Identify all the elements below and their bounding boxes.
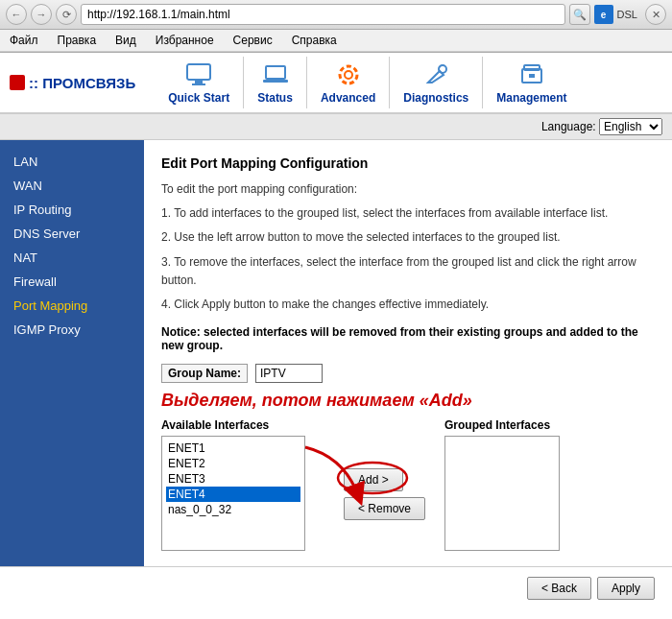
sidebar-item-dns-server[interactable]: DNS Server xyxy=(0,222,144,246)
sidebar-item-ip-routing[interactable]: IP Routing xyxy=(0,198,144,222)
nav-bar: :: ПРОМСВЯЗЬ Quick Start Status xyxy=(0,53,672,114)
sidebar: LAN WAN IP Routing DNS Server NAT Firewa… xyxy=(0,140,144,566)
sidebar-item-nat[interactable]: NAT xyxy=(0,246,144,270)
lang-bar: Language: English Russian xyxy=(0,114,672,140)
instruction-2: 2. Use the left arrow button to move the… xyxy=(161,228,655,247)
svg-rect-9 xyxy=(524,65,540,70)
btn-col: Add > < Remove xyxy=(344,418,425,551)
group-name-row: Group Name: xyxy=(161,364,655,383)
group-name-label: Group Name: xyxy=(161,364,248,383)
wrench-icon xyxy=(421,60,450,89)
svg-point-7 xyxy=(439,65,446,73)
nav-management-label: Management xyxy=(496,91,566,105)
add-button[interactable]: Add > xyxy=(344,468,403,491)
nav-status-label: Status xyxy=(257,91,293,105)
menu-favorites[interactable]: Избранное xyxy=(154,33,216,48)
instruction-intro: To edit the port mapping configuration: xyxy=(161,180,655,199)
grouped-label: Grouped Interfaces xyxy=(444,418,560,432)
grouped-col: Grouped Interfaces xyxy=(444,418,560,551)
gear-icon xyxy=(334,60,363,89)
iface-enet3[interactable]: ENET3 xyxy=(166,471,300,487)
nav-quick-start[interactable]: Quick Start xyxy=(155,57,244,108)
available-label: Available Interfaces xyxy=(161,418,305,432)
nav-management[interactable]: Management xyxy=(483,57,580,108)
forward-button[interactable]: → xyxy=(31,4,52,25)
iface-enet2[interactable]: ENET2 xyxy=(166,456,300,471)
available-col: Available Interfaces ENET1 ENET2 ENET3 E… xyxy=(161,418,305,551)
back-button[interactable]: < Back xyxy=(527,577,591,600)
menu-edit[interactable]: Правка xyxy=(56,33,99,48)
nav-status[interactable]: Status xyxy=(244,57,307,108)
iface-enet1[interactable]: ENET1 xyxy=(166,440,300,456)
apply-button[interactable]: Apply xyxy=(597,577,655,600)
notice-text: Notice: selected interfaces will be remo… xyxy=(161,325,655,352)
browser-favicon: e xyxy=(594,5,613,24)
svg-rect-1 xyxy=(195,81,203,83)
page-title: Edit Port Mapping Configuration xyxy=(161,155,655,171)
nav-advanced[interactable]: Advanced xyxy=(307,57,390,108)
logo-text: :: ПРОМСВЯЗЬ xyxy=(29,75,135,91)
laptop-icon xyxy=(261,60,290,89)
sidebar-item-lan[interactable]: LAN xyxy=(0,150,144,174)
search-button[interactable]: 🔍 xyxy=(569,4,590,25)
sidebar-item-igmp-proxy[interactable]: IGMP Proxy xyxy=(0,318,144,342)
refresh-button[interactable]: ⟳ xyxy=(56,4,77,25)
remove-button[interactable]: < Remove xyxy=(344,497,425,520)
nav-advanced-label: Advanced xyxy=(321,91,375,105)
monitor-icon xyxy=(184,60,213,89)
svg-rect-3 xyxy=(266,66,285,79)
menu-view[interactable]: Вид xyxy=(113,33,138,48)
back-button[interactable]: ← xyxy=(6,4,27,25)
nav-items: Quick Start Status Advanced xyxy=(155,57,580,108)
browser-chrome: ← → ⟳ 🔍 e DSL ✕ Файл Правка Вид Избранно… xyxy=(0,0,672,53)
main-layout: LAN WAN IP Routing DNS Server NAT Firewa… xyxy=(0,140,672,566)
sidebar-item-wan[interactable]: WAN xyxy=(0,174,144,198)
logo: :: ПРОМСВЯЗЬ xyxy=(10,75,135,91)
browser-toolbar: ← → ⟳ 🔍 e DSL ✕ xyxy=(0,0,672,30)
close-tab-button[interactable]: ✕ xyxy=(645,4,666,25)
instruction-3: 3. To remove the interfaces, select the … xyxy=(161,253,655,290)
svg-rect-4 xyxy=(263,80,288,83)
available-list[interactable]: ENET1 ENET2 ENET3 ENET4 nas_0_0_32 xyxy=(161,436,305,551)
iface-enet4[interactable]: ENET4 xyxy=(166,487,300,502)
nav-diagnostics-label: Diagnostics xyxy=(403,91,468,105)
instructions: To edit the port mapping configuration: … xyxy=(161,180,655,314)
svg-rect-10 xyxy=(529,74,535,78)
svg-rect-2 xyxy=(192,83,205,85)
bottom-buttons: < Back Apply xyxy=(0,566,672,609)
lang-label: Language: xyxy=(541,120,596,133)
favicon-label: DSL xyxy=(617,9,637,20)
group-name-input[interactable] xyxy=(255,364,323,383)
menu-file[interactable]: Файл xyxy=(8,33,40,48)
address-bar[interactable] xyxy=(81,4,565,25)
svg-point-6 xyxy=(340,66,357,83)
content-area: Edit Port Mapping Configuration To edit … xyxy=(144,140,672,566)
interfaces-section: Available Interfaces ENET1 ENET2 ENET3 E… xyxy=(161,418,655,551)
sidebar-item-port-mapping[interactable]: Port Mapping xyxy=(0,294,144,318)
grouped-list[interactable] xyxy=(444,436,560,551)
sidebar-item-firewall[interactable]: Firewall xyxy=(0,270,144,294)
svg-point-5 xyxy=(345,71,352,79)
nav-diagnostics[interactable]: Diagnostics xyxy=(390,57,483,108)
instruction-1: 1. To add interfaces to the grouped list… xyxy=(161,204,655,223)
box-icon xyxy=(517,60,546,89)
menu-bar: Файл Правка Вид Избранное Сервис Справка xyxy=(0,30,672,52)
svg-rect-0 xyxy=(187,64,210,80)
menu-help[interactable]: Справка xyxy=(290,33,339,48)
iface-nas[interactable]: nas_0_0_32 xyxy=(166,502,300,517)
logo-icon xyxy=(10,75,25,90)
lang-select[interactable]: English Russian xyxy=(599,118,662,135)
nav-quick-start-label: Quick Start xyxy=(168,91,229,105)
annotation-text: Выделяем, потом нажимаем «Add» xyxy=(161,391,472,410)
menu-service[interactable]: Сервис xyxy=(231,33,275,48)
add-btn-wrapper: Add > xyxy=(344,468,425,491)
instruction-4: 4. Click Apply button to make the change… xyxy=(161,296,655,314)
